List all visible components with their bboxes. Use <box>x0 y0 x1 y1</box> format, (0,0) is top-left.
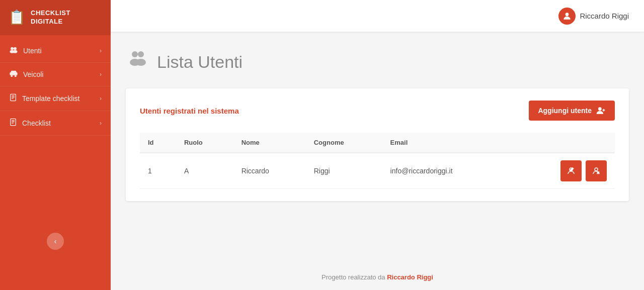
avatar <box>558 8 576 25</box>
sidebar-icon-template-checklist <box>9 93 17 104</box>
chevron-right-icon: › <box>100 95 102 102</box>
sidebar-label-veicoli: Veicoli <box>23 70 43 78</box>
sidebar-item-checklist[interactable]: Checklist › <box>0 111 111 136</box>
users-table: IdRuoloNomeCognomeEmail 1ARiccardoRiggii… <box>140 133 615 189</box>
page-title-icon <box>126 47 150 76</box>
footer-text: Progetto realizzato da <box>321 273 387 281</box>
sidebar-nav: Utenti › Veicoli › Template checklist › <box>0 35 111 290</box>
cell-cognome: Riggi <box>306 153 382 189</box>
col-header-nome: Nome <box>233 133 306 153</box>
sidebar-label-checklist: Checklist <box>22 119 51 127</box>
chevron-right-icon: › <box>100 71 102 78</box>
svg-point-18 <box>138 51 144 57</box>
page-title: Lista Utenti <box>157 52 243 72</box>
table-head: IdRuoloNomeCognomeEmail <box>140 133 615 153</box>
svg-point-21 <box>598 107 602 111</box>
svg-point-3 <box>13 50 18 53</box>
edit-user-button[interactable] <box>560 160 582 181</box>
col-header-actions <box>512 133 615 153</box>
sidebar-item-veicoli[interactable]: Veicoli › <box>0 63 111 86</box>
col-header-email: Email <box>382 133 512 153</box>
svg-point-7 <box>15 75 17 77</box>
sidebar-brand: 📋 CHECKLISTDIGITALE <box>0 0 111 35</box>
sidebar-label-template-checklist: Template checklist <box>22 94 79 103</box>
add-user-label: Aggiungi utente <box>538 107 592 115</box>
cell-nome: Riccardo <box>233 153 306 189</box>
svg-point-16 <box>566 13 569 16</box>
svg-point-20 <box>136 59 146 66</box>
col-header-cognome: Cognome <box>306 133 382 153</box>
footer-author-link[interactable]: Riccardo Riggi <box>387 273 433 281</box>
card-subtitle: Utenti registrati nel sistema <box>140 107 239 115</box>
brand-icon: 📋 <box>8 9 26 26</box>
sidebar: 📋 CHECKLISTDIGITALE Utenti › Veicoli <box>0 0 111 290</box>
sidebar-item-utenti[interactable]: Utenti › <box>0 39 111 63</box>
topbar-user[interactable]: Riccardo Riggi <box>558 8 629 25</box>
table-header-row: IdRuoloNomeCognomeEmail <box>140 133 615 153</box>
svg-point-0 <box>11 47 14 50</box>
main-content: Riccardo Riggi Lista Utenti Utenti r <box>111 0 644 290</box>
sidebar-item-template-checklist[interactable]: Template checklist › <box>0 86 111 111</box>
table-row: 1ARiccardoRiggiinfo@riccardoriggi.it <box>140 153 615 189</box>
sidebar-collapse-button[interactable]: ‹ <box>47 233 64 250</box>
sidebar-icon-checklist <box>9 118 17 128</box>
delete-user-button[interactable] <box>586 160 607 181</box>
col-header-ruolo: Ruolo <box>176 133 233 153</box>
content-area: Lista Utenti Utenti registrati nel siste… <box>111 32 644 264</box>
sidebar-label-utenti: Utenti <box>23 47 42 55</box>
svg-point-17 <box>132 51 138 57</box>
add-user-button[interactable]: Aggiungi utente <box>529 101 615 121</box>
chevron-right-icon: › <box>100 120 102 127</box>
cell-id: 1 <box>140 153 176 189</box>
cell-ruolo: A <box>176 153 233 189</box>
svg-point-6 <box>11 75 13 77</box>
sidebar-icon-veicoli <box>9 70 18 79</box>
page-title-row: Lista Utenti <box>126 47 629 76</box>
svg-point-25 <box>595 168 598 171</box>
users-card: Utenti registrati nel sistema Aggiungi u… <box>126 88 629 201</box>
col-header-id: Id <box>140 133 176 153</box>
topbar-username: Riccardo Riggi <box>580 12 629 20</box>
svg-rect-5 <box>11 71 17 73</box>
sidebar-icon-utenti <box>9 46 18 55</box>
table-body: 1ARiccardoRiggiinfo@riccardoriggi.it <box>140 153 615 189</box>
cell-email: info@riccardoriggi.it <box>382 153 512 189</box>
svg-point-1 <box>14 47 17 50</box>
cell-actions <box>512 153 615 189</box>
footer: Progetto realizzato da Riccardo Riggi <box>111 264 644 290</box>
topbar: Riccardo Riggi <box>111 0 644 32</box>
brand-title: CHECKLISTDIGITALE <box>31 9 70 26</box>
card-header: Utenti registrati nel sistema Aggiungi u… <box>140 101 615 121</box>
chevron-right-icon: › <box>100 47 102 54</box>
